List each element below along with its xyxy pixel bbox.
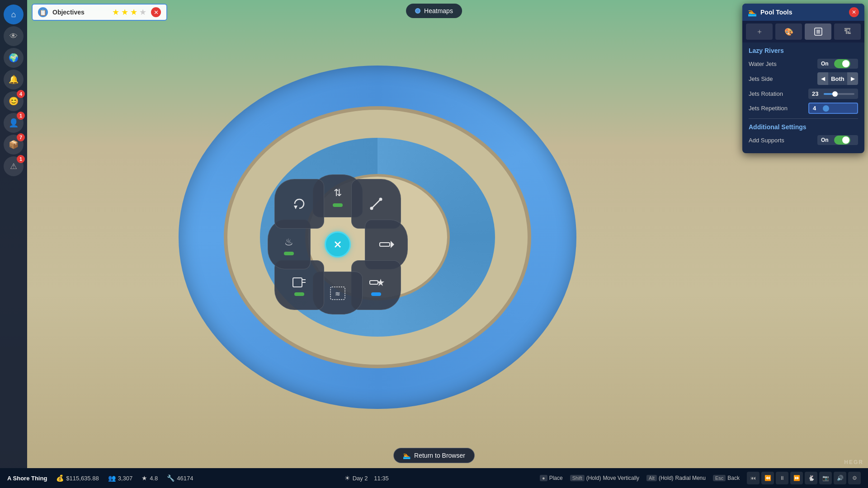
radial-menu: ⇅ xyxy=(265,172,410,317)
slide-icon xyxy=(378,236,394,253)
sun-icon: ☀ xyxy=(344,474,350,482)
place-key: ● xyxy=(540,475,547,481)
bottom-bar: A Shore Thing 💰 $115,635.88 👥 3,307 ★ 4.… xyxy=(0,468,868,488)
jets-rotation-track xyxy=(824,93,854,95)
star-2: ★ xyxy=(121,7,128,17)
svg-marker-14 xyxy=(294,206,297,209)
jets-icon: ♨ xyxy=(281,234,297,250)
connect-icon xyxy=(368,196,384,212)
move-hint: Shift (Hold) Move Vertically xyxy=(570,475,639,481)
svg-text:≋: ≋ xyxy=(335,290,340,297)
radial-close-button[interactable] xyxy=(325,231,351,258)
bottom-center: ☀ Day 2 11:35 xyxy=(202,474,531,482)
sidebar-map-button[interactable]: 🌍 xyxy=(4,48,24,68)
fast-forward-button[interactable]: ⏩ xyxy=(790,472,803,484)
back-action: Back xyxy=(727,475,740,481)
pool-tab-style[interactable]: 🎨 xyxy=(775,23,802,40)
pool-tools-panel: 🏊 Pool Tools ✕ ＋ 🎨 🏗 Lazy Rivers Water J… xyxy=(742,4,864,153)
pool-tools-content: Lazy Rivers Water Jets On Jets Side ◀ Bo… xyxy=(742,42,864,153)
place-action: Place xyxy=(549,475,563,481)
add-supports-toggle-container: On xyxy=(817,135,858,145)
jets-repetition-value: 4 xyxy=(813,105,820,112)
speed-button[interactable]: 🐇 xyxy=(805,472,817,484)
pool-tab-add[interactable]: ＋ xyxy=(746,23,773,40)
water-jets-label: Water Jets xyxy=(749,61,777,67)
svg-point-2 xyxy=(370,207,373,210)
sidebar-warnings-button[interactable]: ⚠ 1 xyxy=(4,156,24,176)
jets-repetition-control[interactable]: 4 xyxy=(808,103,858,114)
radial-segment-rotate[interactable] xyxy=(274,179,324,229)
rotate-icon xyxy=(291,196,307,212)
add-supports-value: On xyxy=(817,135,832,145)
sidebar-staff-button[interactable]: 👤 1 xyxy=(4,113,24,133)
radial-hint: Alt (Hold) Radial Menu xyxy=(646,475,706,481)
segment-indicator-wall xyxy=(294,292,304,296)
rewind-button[interactable]: ⏪ xyxy=(761,472,774,484)
svg-rect-10 xyxy=(293,278,302,287)
water-jets-value: On xyxy=(817,59,832,69)
add-supports-label: Add Supports xyxy=(749,137,784,144)
heatmap-dot-icon xyxy=(415,8,420,14)
staff-stat: 🔧 46174 xyxy=(167,474,193,482)
rating-value: 4.8 xyxy=(150,475,158,482)
jets-side-prev-button[interactable]: ◀ xyxy=(817,72,828,85)
warnings-badge: 1 xyxy=(17,155,25,163)
add-supports-toggle[interactable] xyxy=(834,136,850,145)
jets-rotation-fill xyxy=(824,93,833,95)
options-button[interactable]: ⚙ xyxy=(848,472,861,484)
lazy-rivers-section-title: Lazy Rivers xyxy=(749,47,858,54)
playback-controls: ⏮ ⏪ ⏸ ⏩ 🐇 📷 🔊 ⚙ xyxy=(747,472,861,484)
skip-back-button[interactable]: ⏮ xyxy=(747,472,760,484)
objectives-close-button[interactable]: ✕ xyxy=(151,7,161,17)
pool-tools-close-button[interactable]: ✕ xyxy=(849,7,859,17)
return-icon: 🏊 xyxy=(403,452,410,459)
water-jets-toggle[interactable] xyxy=(834,59,850,68)
hold-label2: (Hold) xyxy=(659,475,674,481)
jets-side-next-button[interactable]: ▶ xyxy=(847,72,858,85)
sound-button[interactable]: 🔊 xyxy=(834,472,846,484)
sidebar-guests-button[interactable]: 😊 4 xyxy=(4,91,24,111)
jets-rotation-label: Jets Rotation xyxy=(749,90,783,97)
move-action: Move Vertically xyxy=(603,475,639,481)
sidebar-camera-button[interactable]: 👁 xyxy=(4,26,24,46)
jets-side-label: Jets Side xyxy=(749,75,773,82)
staff-badge: 1 xyxy=(17,112,25,120)
day-value: Day 2 xyxy=(353,475,368,482)
segment-indicator xyxy=(333,203,343,207)
svg-line-1 xyxy=(372,199,381,208)
heatmaps-button[interactable]: Heatmaps xyxy=(406,4,462,18)
water-jets-toggle-container: On xyxy=(817,59,858,69)
add-supports-row: Add Supports On xyxy=(749,135,858,145)
star-1: ★ xyxy=(112,7,119,17)
game-title: A Shore Thing xyxy=(7,475,47,482)
jets-rotation-row: Jets Rotation 23 xyxy=(749,89,858,99)
jets-repetition-row: Jets Repetition 4 xyxy=(749,103,858,114)
separator xyxy=(749,118,858,119)
pool-tab-settings[interactable] xyxy=(805,23,831,40)
hold-label: (Hold) xyxy=(586,475,601,481)
sidebar-alerts-button[interactable]: 🔔 xyxy=(4,70,24,89)
esc-key: Esc xyxy=(713,475,726,481)
wall-icon xyxy=(291,274,307,291)
jets-rotation-value: 23 xyxy=(812,90,821,97)
jets-rotation-thumb[interactable] xyxy=(832,91,838,97)
visitors-value: 3,307 xyxy=(118,475,133,482)
return-to-browser-button[interactable]: 🏊 Return to Browser xyxy=(393,448,475,463)
jets-rotation-slider[interactable]: 23 xyxy=(808,89,858,99)
return-label: Return to Browser xyxy=(414,452,465,459)
rating-stat: ★ 4.8 xyxy=(142,474,158,482)
pool-tab-build[interactable]: 🏗 xyxy=(834,23,861,40)
sidebar-home-button[interactable]: ⌂ xyxy=(4,5,24,24)
pool-tools-header: 🏊 Pool Tools ✕ xyxy=(742,4,864,21)
pause-button[interactable]: ⏸ xyxy=(776,472,788,484)
camera-button[interactable]: 📷 xyxy=(819,472,832,484)
money-icon: 💰 xyxy=(56,474,64,482)
settings-tab-icon xyxy=(814,27,823,36)
sidebar-inventory-button[interactable]: 📦 7 xyxy=(4,135,24,155)
money-stat: 💰 $115,635.88 xyxy=(56,474,99,482)
pool-area: ⇅ xyxy=(45,23,710,452)
visitors-stat: 👥 3,307 xyxy=(108,474,133,482)
objectives-icon: 📋 xyxy=(38,7,48,17)
jets-side-row: Jets Side ◀ Both ▶ xyxy=(749,72,858,85)
alt-key: Alt xyxy=(646,475,657,481)
